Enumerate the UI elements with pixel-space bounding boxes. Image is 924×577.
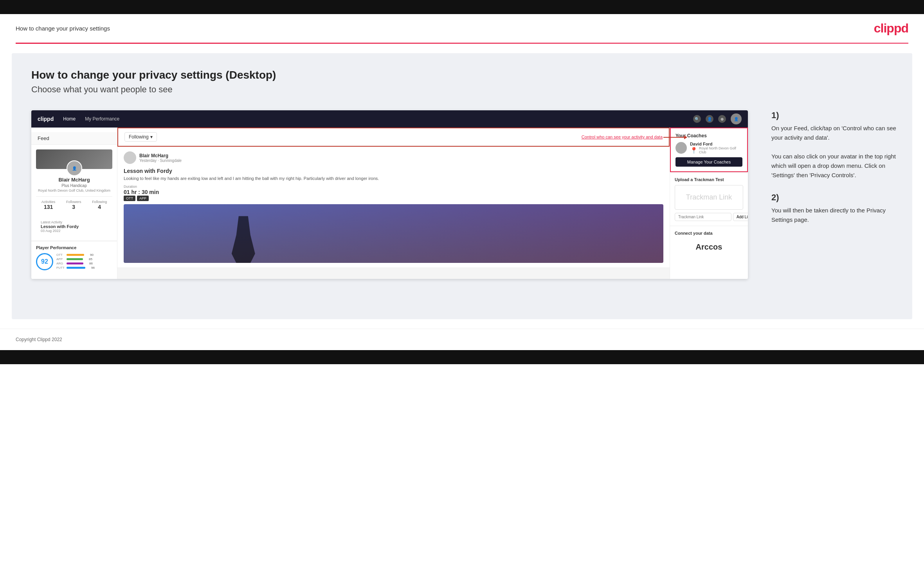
pp-bars: OTT 90 APP 85 ARG	[56, 253, 112, 270]
app-navbar: clippd Home My Performance 🔍 👤 ⊕ 👤	[31, 110, 748, 128]
coach-location-icon: 📍	[690, 147, 698, 154]
user-icon[interactable]: 👤	[706, 115, 713, 123]
search-icon[interactable]: 🔍	[693, 115, 701, 123]
content-columns: clippd Home My Performance 🔍 👤 ⊕ 👤 Feed	[31, 110, 897, 279]
add-link-button[interactable]: Add Link	[733, 213, 748, 221]
profile-section: 👤 Blair McHarg Plus Handicap Royal North…	[31, 145, 117, 241]
control-link-wrapper: Control who can see your activity and da…	[582, 135, 663, 139]
feed-header-wrapper: Following ▾ Control who can see your act…	[117, 128, 670, 147]
app-sidebar: Feed 👤 Blair McHarg Plus Handicap Royal …	[31, 128, 117, 279]
page-subheading: Choose what you want people to see	[31, 84, 897, 95]
nav-avatar[interactable]: 👤	[731, 113, 742, 124]
post-description: Looking to feel like my hands are exitin…	[124, 176, 663, 182]
step2-text: You will then be taken directly to the P…	[771, 206, 897, 225]
pp-score: 92	[36, 253, 53, 270]
nav-my-performance[interactable]: My Performance	[85, 116, 119, 122]
connect-section: Connect your data Arccos	[670, 226, 748, 260]
stat-following-label: Following	[92, 200, 107, 204]
coach-avatar	[675, 142, 687, 154]
latest-activity: Latest Activity Lesson with Fordy 03 Aug…	[36, 217, 112, 236]
coaches-section: Your Coaches David Ford 📍 Royal North De…	[671, 128, 747, 171]
page-heading: How to change your privacy settings (Des…	[31, 69, 897, 81]
post-user-info: Blair McHarg Yesterday · Sunningdale	[139, 153, 182, 163]
plus-icon[interactable]: ⊕	[718, 115, 726, 123]
top-bar	[0, 0, 924, 14]
screenshot-mockup: clippd Home My Performance 🔍 👤 ⊕ 👤 Feed	[31, 110, 748, 279]
duration-value: 01 hr : 30 min	[124, 189, 159, 195]
coach-name: David Ford	[690, 142, 742, 146]
pp-quality-row: 92 OTT 90 APP 85	[36, 253, 112, 270]
page-title: How to change your privacy settings	[16, 25, 110, 32]
footer: Copyright Clippd 2022	[0, 329, 924, 350]
app-right-sidebar: Your Coaches David Ford 📍 Royal North De…	[670, 128, 748, 279]
pp-bar-app-label: APP	[56, 257, 65, 261]
pp-bar-ott-val: 90	[86, 253, 94, 257]
trackman-placeholder: Trackman Link	[679, 193, 739, 201]
profile-name: Blair McHarg	[36, 177, 112, 183]
trackman-input-row: Add Link	[675, 213, 743, 221]
post-user-name: Blair McHarg	[139, 153, 182, 158]
feed-header: Following ▾ Control who can see your act…	[118, 128, 669, 146]
step1-number: 1)	[771, 110, 897, 120]
connect-title: Connect your data	[675, 231, 743, 235]
coach-club-row: 📍 Royal North Devon Golf Club	[690, 146, 742, 154]
arrow-line	[663, 137, 687, 138]
pp-bar-arg-val: 86	[85, 262, 93, 265]
app-feed: Following ▾ Control who can see your act…	[117, 128, 670, 279]
player-performance: Player Performance 92 OTT 90 APP	[31, 241, 117, 274]
copyright: Copyright Clippd 2022	[16, 337, 62, 342]
control-privacy-link[interactable]: Control who can see your activity and da…	[582, 135, 663, 139]
stat-followers-value: 3	[66, 204, 81, 210]
trackman-link-input[interactable]	[675, 213, 731, 221]
tag-app: APP	[137, 196, 149, 201]
step2-number: 2)	[771, 192, 897, 203]
pp-bar-putt-val: 96	[87, 266, 95, 270]
coach-info: David Ford 📍 Royal North Devon Golf Club	[690, 142, 742, 154]
app-nav-icons: 🔍 👤 ⊕ 👤	[693, 113, 742, 124]
post-duration-block: Duration 01 hr : 30 min	[124, 185, 663, 196]
nav-home[interactable]: Home	[63, 116, 76, 122]
pp-bar-arg-label: ARG	[56, 262, 65, 265]
pp-title: Player Performance	[36, 245, 112, 250]
coaches-red-outline: Your Coaches David Ford 📍 Royal North De…	[670, 128, 748, 172]
arrow-head	[684, 135, 687, 139]
post-tags: OTT APP	[124, 196, 663, 201]
coach-row: David Ford 📍 Royal North Devon Golf Club	[675, 142, 742, 154]
arccos-text: Arccos	[675, 239, 743, 255]
post-user-row: Blair McHarg Yesterday · Sunningdale	[124, 151, 663, 164]
clippd-logo: clippd	[874, 21, 908, 36]
trackman-section: Upload a Trackman Test Trackman Link Add…	[670, 172, 748, 226]
stat-activities-value: 131	[41, 204, 56, 210]
following-button[interactable]: Following ▾	[124, 132, 157, 142]
profile-handicap: Plus Handicap	[36, 183, 112, 188]
feed-tab[interactable]: Feed	[31, 132, 117, 145]
profile-banner: 👤	[36, 149, 112, 169]
header-divider	[16, 43, 908, 44]
pp-bar-putt-row: PUTT 96	[56, 266, 112, 270]
stat-followers-label: Followers	[66, 200, 81, 204]
manage-coaches-button[interactable]: Manage Your Coaches	[675, 157, 742, 167]
trackman-box: Trackman Link	[675, 185, 743, 210]
pp-bar-app	[67, 258, 83, 260]
latest-name: Lesson with Fordy	[41, 224, 108, 229]
main-content: How to change your privacy settings (Des…	[12, 53, 912, 319]
following-chevron-icon: ▾	[150, 134, 153, 140]
post-user-avatar	[124, 151, 136, 164]
trackman-title: Upload a Trackman Test	[675, 177, 743, 182]
tag-ott: OTT	[124, 196, 135, 201]
instructions-column: 1) On your Feed, click/tap on 'Control w…	[764, 110, 897, 237]
post-title: Lesson with Fordy	[124, 168, 663, 174]
stat-activities: Activities 131	[41, 200, 56, 210]
latest-date: 03 Aug 2022	[41, 229, 108, 233]
pp-bar-ott-label: OTT	[56, 253, 65, 257]
coach-club: Royal North Devon Golf Club	[699, 146, 742, 154]
pp-bar-putt	[67, 267, 85, 269]
duration-label: Duration	[124, 185, 663, 189]
profile-avatar: 👤	[67, 160, 82, 176]
pp-bar-putt-label: PUTT	[56, 266, 65, 270]
post-user-loc: Yesterday · Sunningdale	[139, 158, 182, 163]
post-image-overlay	[124, 204, 663, 263]
profile-club: Royal North Devon Golf Club, United King…	[36, 189, 112, 192]
post-image	[124, 204, 663, 263]
instruction-step-1: 1) On your Feed, click/tap on 'Control w…	[771, 110, 897, 180]
